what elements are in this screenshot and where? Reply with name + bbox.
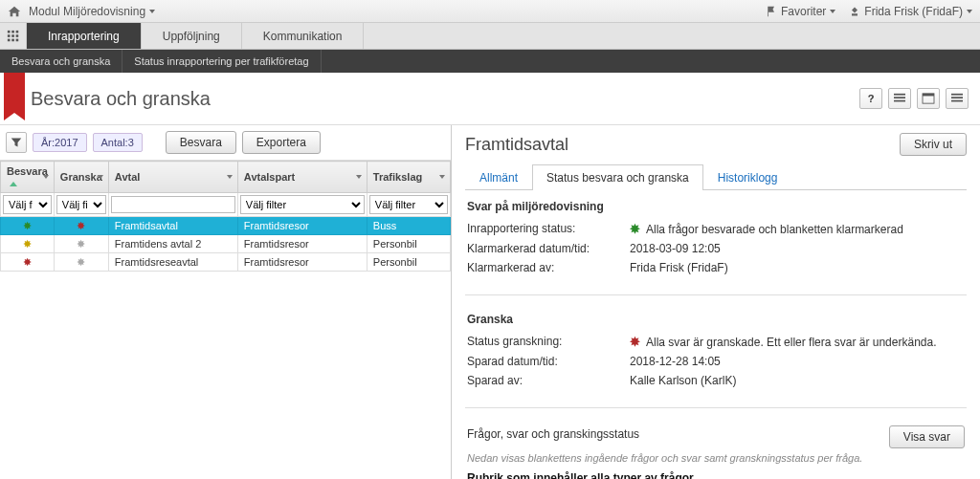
- module-label: Modul Miljöredovisning: [29, 5, 145, 18]
- subtab-besvara-och-granska[interactable]: Besvara och granska: [0, 50, 122, 73]
- visa-svar-button[interactable]: Visa svar: [889, 425, 965, 448]
- besvara-button[interactable]: Besvara: [166, 131, 236, 154]
- cell-avtal: Framtidsavtal: [108, 217, 237, 235]
- tab-label: Inrapportering: [48, 30, 120, 43]
- filter-button[interactable]: [6, 132, 27, 153]
- tab-status-besvara[interactable]: Status besvara och granska: [532, 164, 703, 190]
- status-dot-icon: ✸: [77, 238, 86, 248]
- svar-section: Svar på miljöredovisning Inrapportering …: [465, 190, 967, 287]
- chevron-down-icon: [967, 10, 972, 13]
- left-pane: År:2017 Antal:3 Besvara Exportera Besvar…: [0, 125, 452, 479]
- col-avtal[interactable]: Avtal: [108, 162, 237, 193]
- kv-value: 2018-12-28 14:05: [630, 355, 965, 368]
- detail-title: Framtidsavtal: [465, 135, 568, 155]
- kv-row: Klarmarkerad av: Frida Frisk (FridaF): [467, 258, 965, 277]
- tab-allmant[interactable]: Allmänt: [465, 164, 532, 190]
- questions-section: Frågor, svar och granskingsstatus Visa s…: [465, 416, 967, 479]
- right-pane: Framtidsavtal Skriv ut Allmänt Status be…: [452, 125, 980, 479]
- granska-section: Granska Status granskning: ✸Alla svar är…: [465, 303, 967, 400]
- svg-rect-14: [951, 94, 963, 96]
- status-dot-icon: ✸: [77, 220, 86, 229]
- exportera-button[interactable]: Exportera: [242, 131, 321, 154]
- svg-rect-5: [15, 34, 18, 37]
- tab-inrapportering[interactable]: Inrapportering: [27, 23, 142, 49]
- subtab-status-inrapportering[interactable]: Status inrapportering per trafikföretag: [122, 50, 321, 73]
- section-heading: Granska: [467, 313, 965, 326]
- user-label: Frida Frisk (FridaF): [864, 5, 963, 18]
- chevron-down-icon: [439, 175, 445, 179]
- kv-value: Kalle Karlson (KarlK): [630, 374, 965, 387]
- filter-avtalspart[interactable]: Välj filter: [240, 195, 365, 214]
- filter-avtal[interactable]: [111, 196, 235, 213]
- kv-key: Sparad datum/tid:: [467, 355, 630, 368]
- print-button[interactable]: Skriv ut: [900, 133, 967, 156]
- table-row[interactable]: ✸ ✸ Framtidsavtal Framtidsresor Buss: [1, 217, 451, 235]
- col-label: Besvara: [7, 165, 48, 177]
- tab-kommunikation[interactable]: Kommunikation: [242, 23, 365, 49]
- rubrik-heading: Rubrik som innehåller alla typer av fråg…: [467, 471, 965, 479]
- favorites-label: Favoriter: [781, 5, 826, 18]
- section-heading: Frågor, svar och granskingsstatus: [467, 427, 639, 441]
- module-dropdown[interactable]: Modul Miljöredovisning: [29, 5, 155, 18]
- sub-tabs: Besvara och granska Status inrapporterin…: [0, 50, 980, 73]
- kv-value: ✸Alla frågor besvarade och blanketten kl…: [630, 222, 965, 236]
- favorites-dropdown[interactable]: Favoriter: [766, 5, 835, 18]
- svg-rect-16: [951, 100, 963, 102]
- kv-value: 2018-03-09 12:05: [630, 242, 965, 255]
- title-bar: Besvara och granska ?: [0, 73, 980, 125]
- view-grid-button[interactable]: [946, 88, 969, 109]
- svg-rect-8: [15, 38, 18, 41]
- tab-label: Status besvara och granska: [546, 171, 689, 185]
- kv-row: Inrapportering status: ✸Alla frågor besv…: [467, 219, 965, 239]
- col-besvara[interactable]: Besvara: [1, 162, 55, 193]
- status-dot-icon: ✸: [77, 256, 86, 266]
- filter-year[interactable]: År:2017: [33, 133, 87, 152]
- kv-key: Klarmarkerad datum/tid:: [467, 242, 630, 255]
- page-title: Besvara och granska: [31, 88, 211, 110]
- kv-value: Frida Frisk (FridaF): [630, 261, 965, 274]
- cell-trafikslag: Personbil: [367, 235, 450, 253]
- chevron-down-icon: [227, 175, 233, 179]
- help-button[interactable]: ?: [859, 88, 882, 109]
- kv-key: Klarmarkerad av:: [467, 261, 630, 274]
- col-avtalspart[interactable]: Avtalspart: [237, 162, 367, 193]
- ribbon-icon: [4, 73, 25, 113]
- detail-tabs: Allmänt Status besvara och granska Histo…: [465, 163, 967, 190]
- col-trafikslag[interactable]: Trafikslag: [367, 162, 450, 193]
- col-granska[interactable]: Granska: [54, 162, 108, 193]
- svg-rect-11: [894, 100, 905, 102]
- apps-grid-button[interactable]: [0, 23, 27, 49]
- user-icon: [849, 6, 860, 17]
- kv-row: Klarmarkerad datum/tid: 2018-03-09 12:05: [467, 239, 965, 258]
- subtab-label: Besvara och granska: [11, 55, 110, 67]
- svg-rect-13: [923, 94, 934, 97]
- separator: [465, 294, 967, 295]
- top-bar: Modul Miljöredovisning Favoriter Frida F…: [0, 0, 980, 23]
- view-list-button[interactable]: [888, 88, 911, 109]
- chevron-down-icon: [98, 175, 103, 179]
- filter-count[interactable]: Antal:3: [93, 133, 143, 152]
- svg-rect-9: [894, 94, 905, 96]
- status-icon: ✸: [630, 335, 640, 349]
- tab-uppfoljning[interactable]: Uppföljning: [142, 23, 242, 49]
- user-dropdown[interactable]: Frida Frisk (FridaF): [849, 5, 972, 18]
- table-header-row: Besvara Granska Avtal Avtalspart Trafiks…: [1, 162, 451, 193]
- home-icon[interactable]: [8, 5, 21, 18]
- content: År:2017 Antal:3 Besvara Exportera Besvar…: [0, 125, 980, 479]
- svg-rect-1: [11, 30, 14, 33]
- kv-key: Sparad av:: [467, 374, 630, 387]
- tab-label: Uppföljning: [163, 30, 220, 43]
- filter-trafikslag[interactable]: Välj filter: [369, 195, 448, 214]
- chevron-down-icon: [830, 10, 835, 13]
- view-detail-button[interactable]: [917, 88, 940, 109]
- table-row[interactable]: ✸ ✸ Framtidens avtal 2 Framtidsresor Per…: [1, 235, 451, 253]
- status-dot-icon: ✸: [22, 256, 32, 266]
- cell-trafikslag: Buss: [367, 217, 450, 235]
- cell-avtalspart: Framtidsresor: [237, 253, 367, 272]
- chevron-down-icon: [43, 175, 49, 179]
- status-text: Alla frågor besvarade och blanketten kla…: [646, 223, 903, 236]
- tab-historiklogg[interactable]: Historiklogg: [703, 164, 792, 190]
- table-row[interactable]: ✸ ✸ Framtidsreseavtal Framtidsresor Pers…: [1, 253, 451, 272]
- filter-granska[interactable]: Välj fi: [56, 195, 106, 214]
- filter-besvara[interactable]: Välj f: [3, 195, 52, 214]
